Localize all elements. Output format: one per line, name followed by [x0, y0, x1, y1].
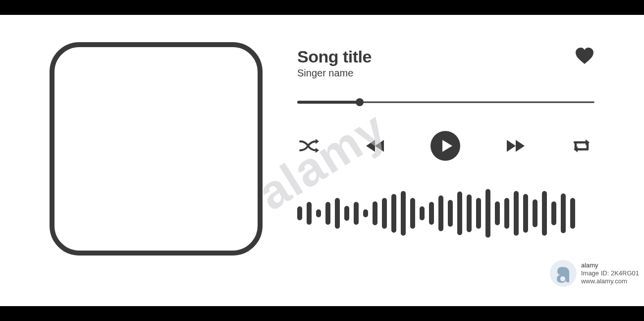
waveform-bar	[420, 206, 425, 220]
waveform-bar	[485, 189, 490, 238]
svg-point-0	[550, 260, 577, 287]
progress-thumb[interactable]	[356, 98, 364, 106]
waveform-bar	[382, 198, 387, 229]
waveform-bar	[448, 200, 453, 227]
next-button[interactable]	[505, 138, 527, 154]
waveform-bar	[561, 193, 566, 233]
waveform-bar	[457, 192, 462, 235]
waveform-bar	[354, 202, 359, 225]
repeat-button[interactable]	[571, 138, 592, 154]
forward-icon	[505, 138, 527, 154]
player-controls: Song title Singer name	[297, 42, 594, 256]
waveform-bar	[325, 202, 330, 225]
progress-slider[interactable]	[297, 99, 594, 106]
previous-button[interactable]	[364, 138, 386, 154]
waveform	[297, 189, 594, 238]
waveform-bar	[410, 198, 415, 229]
title-row: Song title Singer name	[297, 47, 594, 79]
letterbox-bottom	[0, 306, 644, 321]
waveform-bar	[401, 191, 406, 236]
repeat-icon	[571, 138, 592, 154]
play-button[interactable]	[430, 130, 461, 161]
watermark-site: www.alamy.com	[581, 277, 639, 285]
waveform-bar	[307, 202, 312, 225]
waveform-bar	[391, 194, 396, 233]
alamy-logo-icon	[549, 259, 577, 287]
watermark-brand: alamy	[581, 261, 639, 269]
waveform-bar	[523, 194, 528, 233]
progress-played	[297, 101, 360, 104]
play-icon	[430, 130, 461, 161]
album-art-placeholder	[50, 42, 263, 256]
watermark-image-id: Image ID: 2K4RG01	[581, 269, 639, 277]
waveform-bar	[514, 191, 519, 236]
waveform-bar	[570, 198, 575, 229]
waveform-bar	[551, 201, 556, 225]
letterbox-top	[0, 0, 644, 15]
player-canvas: alamy alamy Image ID: 2K4RG01 www.alamy.…	[0, 15, 644, 306]
track-info: Song title Singer name	[297, 47, 372, 79]
shuffle-button[interactable]	[299, 138, 320, 153]
stock-watermark-corner: alamy Image ID: 2K4RG01 www.alamy.com	[549, 259, 639, 287]
favorite-button[interactable]	[575, 47, 594, 65]
shuffle-icon	[299, 138, 320, 153]
waveform-bar	[476, 198, 481, 229]
waveform-bar	[438, 195, 443, 231]
waveform-bar	[542, 191, 547, 236]
waveform-bar	[335, 198, 340, 229]
singer-name: Singer name	[297, 67, 372, 79]
song-title: Song title	[297, 47, 372, 66]
waveform-bar	[467, 194, 472, 232]
waveform-bar	[297, 206, 302, 220]
music-player: Song title Singer name	[0, 15, 644, 256]
transport-buttons	[297, 130, 594, 161]
waveform-bar	[344, 206, 349, 221]
waveform-bar	[504, 198, 509, 229]
heart-icon	[575, 47, 594, 65]
waveform-bar	[363, 209, 368, 217]
waveform-bar	[429, 202, 434, 225]
rewind-icon	[364, 138, 386, 154]
waveform-bar	[533, 199, 537, 227]
waveform-bar	[373, 201, 377, 225]
waveform-bar	[316, 209, 321, 217]
waveform-bar	[495, 201, 500, 225]
